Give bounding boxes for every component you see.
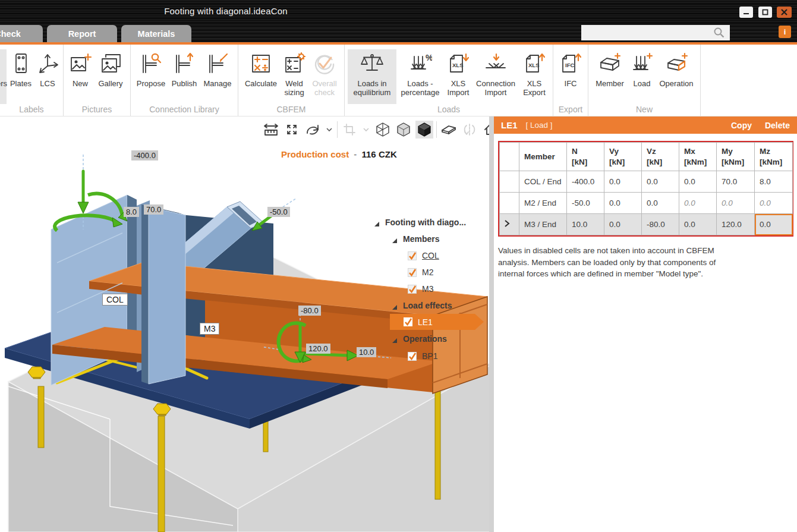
ribbon-item-xls-export[interactable]: XLS XLS Export (519, 49, 550, 104)
tree-item-col[interactable]: COL (370, 247, 487, 264)
load-cell-n[interactable]: 10.0 (567, 214, 604, 235)
load-cell-mz[interactable]: 8.0 (755, 171, 793, 193)
ribbon-group-label: New (591, 104, 697, 116)
ribbon-group-connection-library: Propose Publish Manage Connection Librar… (131, 45, 238, 116)
rotate-view-icon[interactable] (304, 121, 322, 138)
maximize-button[interactable] (758, 7, 772, 18)
ribbon-item-connection-import[interactable]: Connection Import (472, 49, 519, 104)
tab-materials[interactable]: Materials (121, 25, 191, 42)
load-label-col-mz: 8.0 (124, 207, 139, 217)
load-cell-vy[interactable]: 0.0 (604, 214, 642, 235)
search-input[interactable] (581, 25, 730, 40)
cube-transparent-icon[interactable] (395, 121, 412, 138)
plate-view-icon[interactable] (440, 121, 458, 138)
fit-view-icon[interactable] (283, 121, 301, 138)
row-marker-cell[interactable] (500, 214, 519, 235)
ribbon-item-loads-percentage[interactable]: % Loads - percentage (396, 49, 444, 104)
load-cell-vy[interactable]: 0.0 (604, 171, 642, 193)
load-cell-mz-focused[interactable]: 0.0 (755, 214, 793, 235)
ribbon-item-weld-sizing[interactable]: Weld sizing (281, 49, 308, 104)
ribbon-item-plates[interactable]: Plates (7, 49, 35, 104)
tab-report[interactable]: Report (47, 25, 117, 42)
checkbox-le1[interactable] (404, 317, 412, 326)
tree-node-operations[interactable]: Operations (370, 330, 487, 348)
load-cell-vz[interactable]: -80.0 (642, 214, 679, 235)
member-cell[interactable]: COL / End (519, 171, 567, 193)
load-cell-vz[interactable]: 0.0 (642, 193, 679, 214)
load-label-m3-vz: -80.0 (298, 306, 321, 316)
tree-root[interactable]: Footing with diago... (370, 214, 487, 231)
ribbon-item-loads-in-equilibrium[interactable]: Loads in equilibrium (348, 49, 396, 104)
measure-icon[interactable] (262, 121, 280, 138)
connection-propose-icon (139, 52, 163, 78)
tree-item-m2[interactable]: M2 (370, 264, 487, 281)
row-marker-cell[interactable] (500, 193, 519, 214)
tab-check[interactable]: Check (0, 25, 43, 42)
checkbox-bp1[interactable] (408, 352, 417, 361)
ribbon-item-ifc[interactable]: IFC IFC (556, 49, 585, 104)
member-cell[interactable]: M2 / End (519, 193, 567, 214)
checkbox-m2[interactable] (408, 268, 417, 277)
row-marker-cell[interactable] (500, 171, 519, 193)
ribbon-item-overall-check: Overall check (308, 49, 341, 104)
info-button[interactable]: i (779, 26, 791, 38)
close-button[interactable] (777, 7, 792, 18)
load-cell-n[interactable]: -50.0 (567, 193, 604, 214)
home-view-icon[interactable] (481, 121, 489, 138)
ribbon-item-new-member[interactable]: Member (591, 49, 628, 104)
search-icon[interactable] (713, 27, 725, 41)
viewport-3d[interactable]: Production cost - 116 CZK -400.0 8.0 70.… (0, 117, 489, 532)
crop-options-chevron-icon (361, 121, 371, 138)
ribbon-item-xls-import[interactable]: XLS XLS Import (444, 49, 472, 104)
tree-node-members[interactable]: Members (370, 231, 487, 247)
checkbox-col[interactable] (408, 251, 417, 260)
toolbar-divider (337, 121, 338, 138)
tree-item-m3[interactable]: M3 (370, 281, 487, 297)
tree-item-bp1[interactable]: BP1 (370, 348, 487, 364)
header-vz: Vz[kN] (642, 143, 679, 171)
ribbon-item-publish[interactable]: Publish (168, 49, 200, 104)
ribbon-item-picture-new[interactable]: New (67, 49, 94, 104)
tree-expander-icon[interactable] (391, 336, 398, 342)
ribbon: Members Plates LCS Labels New (0, 45, 797, 117)
ribbon-item-members[interactable]: Members (0, 49, 7, 104)
cube-wireframe-icon[interactable] (374, 121, 392, 138)
ribbon-item-new-operation[interactable]: Operation (656, 49, 697, 104)
header-mz: Mz[kNm] (755, 143, 793, 171)
tree-node-load-effects[interactable]: Load effects (370, 297, 487, 314)
cube-solid-icon[interactable] (415, 121, 433, 138)
load-cell-vz[interactable]: 0.0 (642, 171, 679, 193)
panel-splitter[interactable] (489, 117, 494, 532)
tree-item-le1-selected[interactable]: LE1 (370, 314, 487, 330)
tree-expander-icon[interactable] (373, 219, 380, 226)
load-cell-mx-disabled: 0.0 (679, 193, 717, 214)
load-cell-mx[interactable]: 0.0 (679, 214, 717, 235)
ribbon-item-gallery[interactable]: Gallery (94, 49, 127, 104)
connection-manage-icon (206, 52, 229, 78)
ribbon-item-propose[interactable]: Propose (134, 49, 168, 104)
member-cell[interactable]: M3 / End (519, 214, 567, 235)
header-n: N[kN] (567, 143, 604, 171)
ribbon-item-lcs[interactable]: LCS (35, 49, 60, 104)
load-cell-my[interactable]: 120.0 (717, 214, 755, 235)
load-label-col-my: 70.0 (144, 204, 163, 215)
load-cell-n[interactable]: -400.0 (567, 171, 604, 193)
checkbox-m3[interactable] (408, 285, 417, 294)
ribbon-item-calculate[interactable]: Calculate (241, 49, 281, 104)
rotate-options-chevron-icon[interactable] (325, 121, 334, 138)
load-cell-my[interactable]: 70.0 (717, 171, 755, 193)
production-cost-label: Production cost (281, 149, 349, 159)
load-cell-mx[interactable]: 0.0 (679, 171, 717, 193)
delete-button[interactable]: Delete (765, 121, 790, 130)
ribbon-group-cbfem: Calculate Weld sizing Overall check CBFE… (238, 45, 345, 116)
tree-expander-icon[interactable] (391, 236, 398, 243)
minimize-button[interactable] (739, 7, 753, 18)
load-cell-vy[interactable]: 0.0 (604, 193, 642, 214)
ribbon-group-label: Export (556, 104, 585, 116)
ribbon-item-new-load[interactable]: Load (628, 49, 656, 104)
table-row-m3-selected: M3 / End 10.0 0.0 -80.0 0.0 120.0 0.0 (500, 214, 793, 235)
tree-expander-icon[interactable] (391, 303, 398, 309)
load-effect-type: [ Load ] (526, 121, 553, 130)
ribbon-item-manage[interactable]: Manage (200, 49, 235, 104)
copy-button[interactable]: Copy (731, 121, 752, 130)
